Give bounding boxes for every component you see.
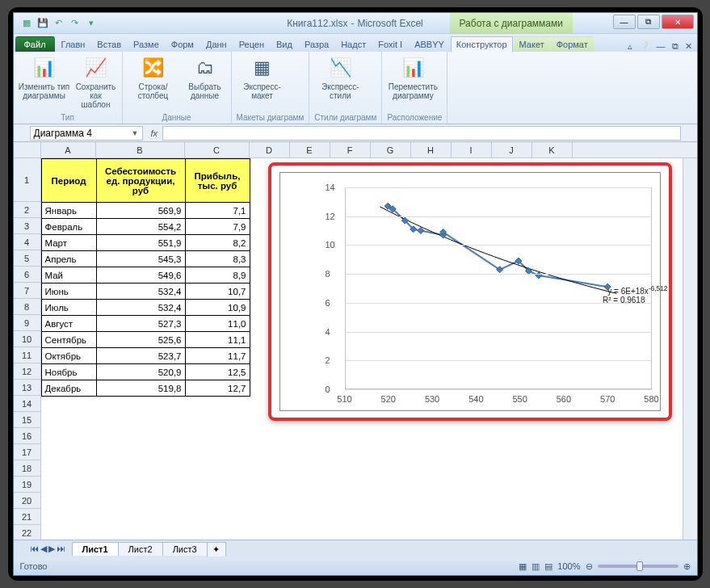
row-header[interactable]: 6 <box>14 267 40 283</box>
row-header[interactable]: 7 <box>14 283 40 299</box>
row-header[interactable]: 18 <box>14 460 40 477</box>
cell[interactable]: 11,1 <box>185 332 250 348</box>
col-header[interactable]: B <box>96 142 185 158</box>
col-header[interactable]: H <box>411 142 452 158</box>
sheet-tab-2[interactable]: Лист2 <box>118 542 163 556</box>
view-pagebreak-icon[interactable]: ▤ <box>544 561 552 572</box>
tab-foxit[interactable]: Foxit I <box>372 36 408 52</box>
cell[interactable]: 12,7 <box>185 380 250 397</box>
row-header[interactable]: 9 <box>14 315 40 331</box>
chart-area[interactable]: y = 6E+18x-6,512 R² = 0,9618 02468101214… <box>279 172 661 411</box>
tab-formulas[interactable]: Форм <box>166 36 200 52</box>
cell[interactable]: 519,8 <box>96 380 185 397</box>
cell[interactable]: 12,5 <box>185 364 250 380</box>
tab-nav-next-icon[interactable]: ▶ <box>48 544 55 554</box>
cell[interactable]: 10,7 <box>185 284 250 300</box>
cell[interactable]: Апрель <box>41 251 96 267</box>
tab-nav-prev-icon[interactable]: ◀ <box>40 544 47 554</box>
plot-area[interactable]: y = 6E+18x-6,512 R² = 0,9618 02468101214… <box>345 187 652 389</box>
row-header[interactable]: 3 <box>14 218 40 234</box>
save-icon[interactable]: 💾 <box>36 17 49 30</box>
cell[interactable]: 525,6 <box>96 332 185 348</box>
table-header-cell[interactable]: Прибыль, тыс. руб <box>185 159 250 203</box>
cell[interactable]: 11,0 <box>185 316 250 332</box>
sheet-tab-3[interactable]: Лист3 <box>162 542 208 556</box>
cell[interactable]: Январь <box>41 203 96 219</box>
view-pagelayout-icon[interactable]: ▥ <box>531 561 540 572</box>
tab-file[interactable]: Файл <box>15 36 55 52</box>
tab-view[interactable]: Вид <box>271 36 298 52</box>
tab-abbyy[interactable]: ABBYY <box>409 36 450 52</box>
sheet-tab-1[interactable]: Лист1 <box>72 542 119 556</box>
tab-review[interactable]: Рецен <box>233 36 270 52</box>
cell[interactable]: Июль <box>41 300 96 316</box>
cell[interactable]: 10,9 <box>185 300 250 316</box>
formula-input[interactable] <box>162 126 680 141</box>
cell[interactable]: 8,9 <box>185 267 250 284</box>
zoom-level[interactable]: 100% <box>557 561 580 571</box>
cell[interactable]: 8,3 <box>185 251 250 267</box>
close-button[interactable]: ✕ <box>662 15 694 29</box>
zoom-out-button[interactable]: ⊖ <box>586 561 593 572</box>
cell[interactable]: Август <box>41 316 96 332</box>
row-header[interactable]: 8 <box>14 299 40 315</box>
cell[interactable]: 523,7 <box>96 348 185 364</box>
vertical-scrollbar[interactable] <box>683 158 697 540</box>
cell[interactable]: 549,6 <box>96 267 185 284</box>
tab-insert[interactable]: Встав <box>91 36 127 52</box>
qat-more-icon[interactable]: ▾ <box>85 17 98 30</box>
quick-layout-button[interactable]: ▦Экспресс-макет <box>237 55 288 100</box>
undo-icon[interactable]: ↶ <box>53 17 65 30</box>
cell[interactable]: 554,2 <box>96 219 185 235</box>
row-header[interactable]: 22 <box>14 525 40 540</box>
zoom-slider[interactable] <box>598 565 678 568</box>
maximize-button[interactable]: ⧉ <box>637 15 660 29</box>
select-data-button[interactable]: 🗂Выбрать данные <box>184 55 226 100</box>
row-header[interactable]: 1 <box>14 158 40 202</box>
table-header-cell[interactable]: Период <box>41 159 96 203</box>
row-header[interactable]: 16 <box>14 428 40 444</box>
zoom-in-button[interactable]: ⊕ <box>683 561 691 572</box>
redo-icon[interactable]: ↷ <box>69 17 82 30</box>
col-header[interactable]: I <box>452 142 492 158</box>
cell[interactable]: Март <box>41 235 96 251</box>
new-sheet-button[interactable]: ✦ <box>207 542 226 556</box>
switch-row-col-button[interactable]: 🔀Строка/столбец <box>128 55 179 100</box>
cell[interactable]: 551,9 <box>96 235 185 251</box>
change-chart-type-button[interactable]: 📊Изменить тип диаграммы <box>19 55 70 100</box>
ribbon-minimize-icon[interactable]: ▵ <box>628 41 632 52</box>
cell[interactable]: 545,3 <box>96 251 185 267</box>
tab-home[interactable]: Главн <box>56 36 91 52</box>
view-normal-icon[interactable]: ▦ <box>519 561 527 572</box>
col-header[interactable]: E <box>290 142 330 158</box>
row-header[interactable]: 2 <box>14 202 40 218</box>
cell[interactable]: Ноябрь <box>41 364 96 380</box>
tab-chart-layout[interactable]: Макет <box>514 36 550 52</box>
col-header[interactable]: A <box>41 142 96 158</box>
row-header[interactable]: 11 <box>14 347 40 363</box>
cell[interactable]: 7,9 <box>185 219 250 235</box>
tab-developer[interactable]: Разра <box>299 36 334 52</box>
table-header-cell[interactable]: Себестоимость ед. продукции, руб <box>96 159 185 203</box>
cell[interactable]: Май <box>41 267 96 284</box>
workbook-restore-icon[interactable]: ⧉ <box>672 41 678 52</box>
row-header[interactable]: 13 <box>14 380 40 396</box>
cell[interactable]: 7,1 <box>185 203 250 219</box>
save-template-button[interactable]: 📈Сохранить как шаблон <box>75 55 117 109</box>
minimize-button[interactable]: — <box>613 15 636 29</box>
cell[interactable]: 527,3 <box>96 316 185 332</box>
fx-icon[interactable]: fx <box>146 128 163 138</box>
row-header[interactable]: 17 <box>14 444 40 460</box>
col-header[interactable]: F <box>330 142 371 158</box>
chart-object[interactable]: y = 6E+18x-6,512 R² = 0,9618 02468101214… <box>268 162 672 421</box>
col-header[interactable]: J <box>492 142 532 158</box>
tab-chart-design[interactable]: Конструктор <box>451 36 513 52</box>
tab-nav-first-icon[interactable]: ⏮ <box>30 544 39 554</box>
cell[interactable]: 569,9 <box>96 203 185 219</box>
cell[interactable]: 532,4 <box>96 300 185 316</box>
cell[interactable]: 520,9 <box>96 364 185 380</box>
cell[interactable]: 532,4 <box>96 284 185 300</box>
workbook-min-icon[interactable]: — <box>657 41 666 52</box>
quick-styles-button[interactable]: 📉Экспресс-стили <box>314 55 366 100</box>
cell[interactable]: Сентябрь <box>41 332 96 348</box>
